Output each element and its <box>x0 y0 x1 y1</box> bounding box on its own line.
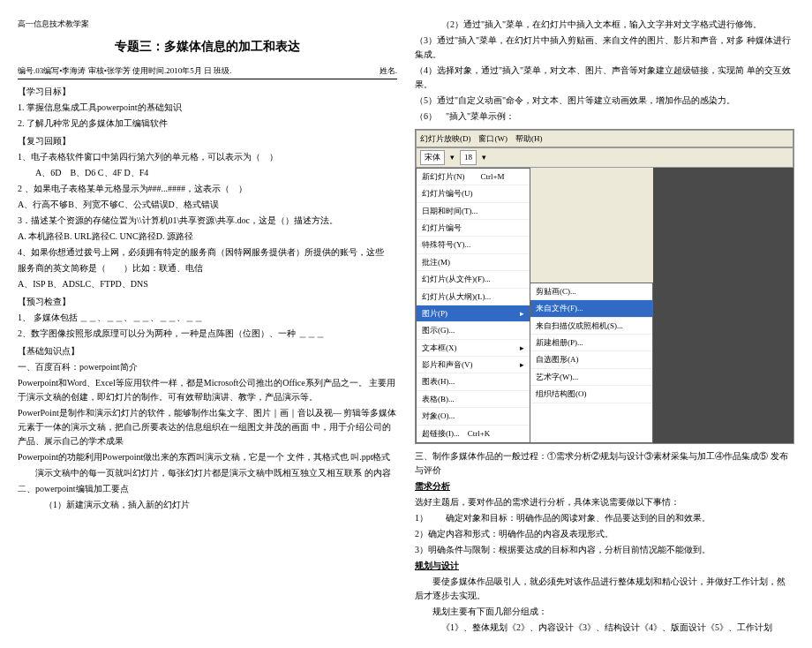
menu-object[interactable]: 对象(O)... <box>417 408 530 425</box>
menu-screenshot: 幻灯片放映(D) 窗口(W) 帮助(H) 宋体 ▾ 18 ▾ 新幻灯片(N) C… <box>415 129 794 444</box>
need-p1: 1） 确定对象和目标：明确作品的阅读对象、作品要达到的目的和效果。 <box>415 511 794 525</box>
menu-textbox[interactable]: 文本框(X) ▸ <box>417 340 530 357</box>
rev3-opts: A. 本机路径B. URL路径C. UNC路径D. 源路径 <box>18 230 397 244</box>
menu-hyperlink[interactable]: 超链接(I)... Ctrl+K <box>417 426 530 442</box>
sub-from-file[interactable]: 来自文件(F)... <box>530 300 652 317</box>
menu-picture[interactable]: 图片(P) ▸ <box>417 305 530 322</box>
basic2: 二、powerpoint编辑加工要点 <box>18 482 397 496</box>
toolbar: 宋体 ▾ 18 ▾ <box>416 147 793 167</box>
font-selector[interactable]: 宋体 <box>420 150 445 164</box>
rev2: 2 、如果电子表格某单元格显示为###...####，这表示（ ） <box>18 182 397 196</box>
para3: Powerpoint的功能利用Powerpoint做出来的东西叫演示文稿，它是一… <box>18 450 397 464</box>
meta-left: 编号.03编写•李海涛 审核•张学芳 使用时间.2010年5月 日 班级. <box>18 64 232 77</box>
preview-title: 【预习检查】 <box>18 295 397 309</box>
menu-movie-label: 影片和声音(V) <box>422 358 473 371</box>
para4: 演示文稿中的每一页就叫幻灯片，每张幻灯片都是演示文稿中既相互独立又相互联系 的内… <box>18 466 397 480</box>
menu-symbol[interactable]: 特殊符号(Y)... <box>417 237 530 253</box>
menu-comment[interactable]: 批注(M) <box>417 254 530 271</box>
need-p2: 2）确定内容和形式：明确作品的内容及表现形式。 <box>415 527 794 541</box>
insert-menu[interactable]: 新幻灯片(N) Ctrl+M 幻灯片编号(U) 日期和时间(T)... 幻灯片编… <box>416 168 530 443</box>
menu-diagram[interactable]: 图示(G)... <box>417 322 530 339</box>
meta-line: 编号.03编写•李海涛 审核•张学芳 使用时间.2010年5月 日 班级. 姓名… <box>18 64 397 79</box>
menu-picture-label: 图片(P) <box>422 307 447 320</box>
rev4-opts: A、ISP B、ADSLC、FTPD、DNS <box>18 277 397 291</box>
review-title: 【复习回顾】 <box>18 134 397 148</box>
menu-area: 新幻灯片(N) Ctrl+M 幻灯片编号(U) 日期和时间(T)... 幻灯片编… <box>416 168 793 443</box>
para1: Powerpoint和Word、Excel等应用软件一样，都是Microsoft… <box>18 376 397 404</box>
submenu-arrow-icon: ▸ <box>520 358 524 371</box>
process: 三、制作多媒体作品的一般过程：①需求分析②规划与设计③素材采集与加工④作品集成⑤… <box>415 449 794 478</box>
rev4: 4、如果你想通过拨号上网，必须拥有特定的服务商（因特网服务提供者）所提供的账号，… <box>18 245 397 260</box>
slide-area <box>653 168 793 443</box>
step6: （6） "插入"菜单示例： <box>415 109 794 124</box>
plan1: 要使多媒体作品吸引人，就必须先对该作品进行整体规划和精心设计，并做好工作计划，然… <box>415 575 794 603</box>
need-title: 需求分析 <box>415 479 794 494</box>
sub-clipart[interactable]: 剪贴画(C)... <box>530 283 652 300</box>
goal-2: 2. 了解几种常见的多媒体加工编辑软件 <box>18 117 397 131</box>
para2: PowerPoint是制作和演示幻灯片的软件，能够制作出集文字、图片｜画｜音以及… <box>18 406 397 448</box>
goal-1: 1. 掌握信息集成工具powerpoint的基础知识 <box>18 101 397 115</box>
sub-scanner[interactable]: 来自扫描仪或照相机(S)... <box>530 318 652 335</box>
sub-orgchart[interactable]: 组织结构图(O) <box>530 386 652 403</box>
left-column: 高一信息技术教学案 专题三：多媒体信息的加工和表达 编号.03编写•李海涛 审核… <box>18 18 397 637</box>
step4: （4）选择对象，通过"插入"菜单，对文本、图片、声音等对象建立超级链接，实现简 … <box>415 64 794 92</box>
pre2: 2、数字图像按照形成原理可以分为两种，一种是点阵图（位图）、一种 ＿＿＿ <box>18 327 397 341</box>
need1: 选好主题后，要对作品的需求进行分析，具体来说需要做以下事情： <box>415 495 794 509</box>
sub-autoshape[interactable]: 自选图形(A) <box>530 351 652 368</box>
menu-datetime[interactable]: 日期和时间(T)... <box>417 203 530 220</box>
menu-slide-num[interactable]: 幻灯片编号(U) <box>417 185 530 202</box>
rev1-opts: A、6D B、D6 C、4F D、F4 <box>18 166 397 180</box>
step1: （1）新建演示文稿，插入新的幻灯片 <box>18 498 397 512</box>
need-p3: 3）明确条件与限制：根据要达成的目标和内容，分析目前情况能不能做到。 <box>415 543 794 557</box>
plan-title: 规划与设计 <box>415 559 794 573</box>
study-goals-title: 【学习目标】 <box>18 85 397 99</box>
submenu-arrow-icon: ▸ <box>520 307 524 320</box>
rev1: 1、电子表格软件窗口中第四行第六列的单元格，可以表示为（ ） <box>18 150 397 164</box>
rev4-cont: 服务商的英文简称是（ ）比如：联通、电信 <box>18 261 397 275</box>
doc-title: 专题三：多媒体信息的加工和表达 <box>18 37 397 57</box>
size-selector[interactable]: 18 <box>460 150 477 164</box>
sub-album[interactable]: 新建相册(P)... <box>530 335 652 351</box>
pre1: 1、 多媒体包括 ＿＿、＿＿、＿＿、＿＿、＿＿ <box>18 311 397 325</box>
menu-new-slide[interactable]: 新幻灯片(N) Ctrl+M <box>417 169 530 185</box>
right-column: （2）通过"插入"菜单，在幻灯片中插入文本框，输入文字并对文字格式进行修饰。 （… <box>415 18 794 637</box>
app-menu-bar: 幻灯片放映(D) 窗口(W) 帮助(H) <box>416 130 793 147</box>
menu-chart[interactable]: 图表(H)... <box>417 373 530 390</box>
plan3: 《1》、整体规划《2》、内容设计《3》、结构设计《4》、版面设计《5》、工作计划 <box>415 621 794 635</box>
step2: （2）通过"插入"菜单，在幻灯片中插入文本框，输入文字并对文字格式进行修饰。 <box>415 18 794 32</box>
step5: （5）通过"自定义动画"命令，对文本、图片等建立动画效果，增加作品的感染力。 <box>415 94 794 108</box>
plan2: 规划主要有下面几部分组成： <box>415 605 794 619</box>
menu-textbox-label: 文本框(X) <box>422 342 457 354</box>
menu-movie-sound[interactable]: 影片和声音(V) ▸ <box>417 357 530 373</box>
menu-from-file[interactable]: 幻灯片(从文件)(F)... <box>417 271 530 288</box>
basic-enc: 一、百度百科：powerpoint简介 <box>18 360 397 374</box>
meta-right: 姓名. <box>380 64 397 77</box>
submenu-arrow-icon: ▸ <box>520 342 524 354</box>
rev3: 3．描述某个资源的存储位置为\\计算机01\共享资源\共享.doc，这是（）描述… <box>18 214 397 228</box>
basic-title: 【基础知识点】 <box>18 344 397 358</box>
menu-table[interactable]: 表格(B)... <box>417 391 530 408</box>
step3: （3）通过"插入"菜单，在幻灯片中插入剪贴画、来自文件的图片、影片和声音，对多 … <box>415 34 794 62</box>
rev2-opts: A、行高不够B、列宽不够C、公式错误D、格式错误 <box>18 198 397 212</box>
picture-submenu[interactable]: 剪贴画(C)... 来自文件(F)... 来自扫描仪或照相机(S)... 新建相… <box>530 283 653 443</box>
sub-wordart[interactable]: 艺术字(W)... <box>530 369 652 386</box>
menu-slide-number[interactable]: 幻灯片编号 <box>417 220 530 237</box>
doc-header: 高一信息技术教学案 <box>18 18 397 30</box>
menu-bar-text: 幻灯片放映(D) 窗口(W) 帮助(H) <box>420 132 542 145</box>
menu-from-outline[interactable]: 幻灯片(从大纲)(L)... <box>417 289 530 305</box>
